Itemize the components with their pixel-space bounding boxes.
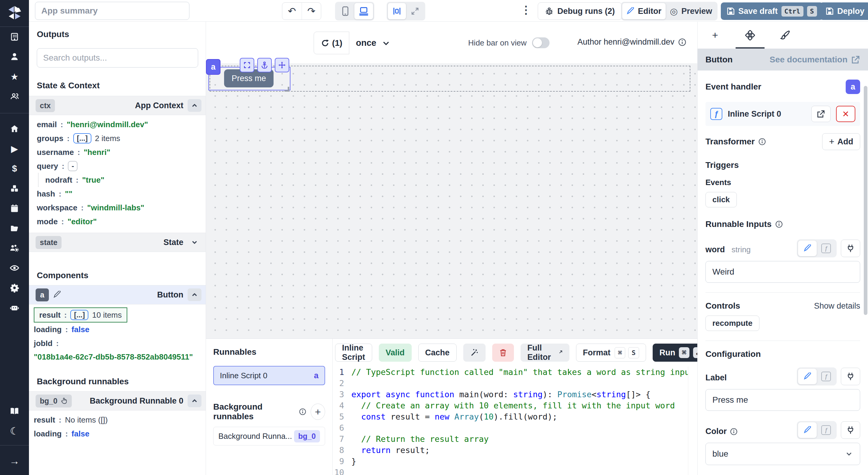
- bg-runnable-header-row[interactable]: bg_0 Background Runnable 0: [29, 391, 206, 410]
- expression-mode-button[interactable]: ƒ: [817, 240, 835, 256]
- tab-styling[interactable]: [768, 22, 803, 48]
- expand-component-button[interactable]: [240, 58, 254, 72]
- expand-sidebar-arrow-icon[interactable]: →: [0, 451, 29, 471]
- cache-button[interactable]: Cache: [418, 344, 457, 362]
- home-icon[interactable]: [0, 119, 29, 139]
- chevron-down-icon: [191, 238, 198, 246]
- add-transformer-button[interactable]: +Add: [822, 133, 860, 150]
- component-id-tag[interactable]: a: [206, 59, 220, 75]
- refresh-button[interactable]: (1): [314, 32, 349, 54]
- redo-button[interactable]: ↷: [302, 3, 321, 20]
- ai-assistant-button[interactable]: [463, 344, 486, 362]
- expand-array-chip[interactable]: [...]: [73, 133, 91, 143]
- open-script-button[interactable]: [811, 106, 831, 122]
- event-click-chip[interactable]: click: [706, 192, 737, 207]
- anchor-component-button[interactable]: [257, 58, 272, 72]
- pencil-icon: [53, 291, 61, 299]
- show-details-link[interactable]: Show details: [814, 301, 860, 311]
- component-type-label: Button: [157, 290, 183, 300]
- preview-tab[interactable]: ◎ Preview: [665, 3, 716, 19]
- format-button[interactable]: Format ⌘ S: [576, 344, 646, 362]
- panel-scrollbar[interactable]: [864, 86, 867, 315]
- docs-book-icon[interactable]: [0, 401, 29, 421]
- state-header-row[interactable]: state State: [29, 233, 206, 252]
- debug-runs-button[interactable]: Debug runs (2): [538, 2, 622, 20]
- collapse-ctx-button[interactable]: [188, 99, 202, 112]
- runs-icon[interactable]: ▶: [0, 139, 29, 159]
- app-canvas[interactable]: a Press me − 100% +: [206, 63, 697, 360]
- move-component-button[interactable]: [275, 58, 289, 72]
- undo-button[interactable]: ↶: [282, 3, 302, 20]
- expand-object-chip[interactable]: -: [68, 161, 78, 171]
- audit-logs-eye-icon[interactable]: [0, 258, 29, 278]
- editor-tab[interactable]: Editor: [622, 3, 665, 19]
- layout-toggle: [386, 2, 425, 21]
- connect-input-button[interactable]: [841, 368, 860, 385]
- full-width-button[interactable]: [406, 3, 424, 19]
- full-editor-button[interactable]: Full Editor: [521, 344, 569, 362]
- settings-gear-icon[interactable]: [0, 278, 29, 298]
- user-icon[interactable]: [0, 47, 29, 67]
- schedules-calendar-icon[interactable]: [0, 198, 29, 218]
- static-mode-button[interactable]: [798, 240, 817, 256]
- runnable-item-bg0[interactable]: Background Runna... bg_0: [213, 427, 325, 445]
- windmill-logo[interactable]: [7, 5, 22, 21]
- desktop-view-button[interactable]: [354, 3, 373, 19]
- expression-mode-button[interactable]: ƒ: [817, 422, 835, 438]
- delete-script-button[interactable]: [492, 344, 514, 362]
- groups-icon[interactable]: [0, 87, 29, 106]
- expand-array-chip[interactable]: [...]: [70, 310, 88, 320]
- variables-icon[interactable]: $: [0, 159, 29, 178]
- state-badge: state: [36, 236, 62, 249]
- event-script-row[interactable]: ƒ Inline Script 0 ✕: [706, 102, 860, 126]
- static-mode-button[interactable]: [798, 369, 817, 384]
- code-editor[interactable]: 1// TypeScript function called "main" th…: [333, 367, 688, 475]
- static-mode-button[interactable]: [798, 422, 817, 438]
- expression-mode-button[interactable]: ƒ: [817, 369, 835, 384]
- tab-component-settings[interactable]: [733, 22, 768, 48]
- remove-script-button[interactable]: ✕: [836, 106, 855, 122]
- see-documentation-link[interactable]: See documentation: [770, 55, 860, 65]
- hide-bar-toggle[interactable]: [532, 37, 550, 48]
- runnable-inputs-title: Runnable Inputs: [706, 219, 860, 229]
- search-outputs-input[interactable]: [37, 48, 198, 68]
- refresh-schedule-dropdown[interactable]: once: [353, 32, 393, 54]
- mobile-view-button[interactable]: [336, 3, 354, 19]
- connect-input-button[interactable]: [841, 421, 860, 439]
- deploy-button[interactable]: Deploy: [820, 2, 868, 20]
- runnables-panel: Runnables Inline Script 0 a Background r…: [206, 339, 333, 475]
- favorites-star-icon[interactable]: ★: [0, 67, 29, 87]
- more-options-kebab-icon[interactable]: ⋮: [521, 4, 531, 16]
- word-value-input[interactable]: [706, 261, 860, 283]
- background-runnables-title: Background runnables: [37, 377, 206, 386]
- center-content-button[interactable]: [388, 3, 406, 19]
- laptop-icon: [359, 7, 369, 16]
- add-background-runnable-button[interactable]: +: [311, 404, 325, 420]
- expand-state-button[interactable]: [188, 236, 202, 249]
- info-icon: [730, 428, 738, 436]
- color-select[interactable]: blue: [706, 443, 860, 465]
- tab-insert-component[interactable]: +: [698, 22, 733, 48]
- workers-icon[interactable]: [0, 238, 29, 258]
- ai-robot-icon[interactable]: [0, 298, 29, 318]
- connect-input-button[interactable]: [841, 240, 860, 257]
- collapse-bg-button[interactable]: [188, 395, 202, 407]
- app-summary-input[interactable]: [35, 2, 189, 20]
- collapse-component-button[interactable]: [188, 289, 202, 301]
- bg-runnable-label: Background Runnable 0: [90, 396, 183, 406]
- component-header-row[interactable]: a Button: [29, 285, 206, 304]
- workspace-icon[interactable]: [0, 27, 29, 47]
- json-row: loading:false: [29, 427, 206, 441]
- dark-mode-moon-icon[interactable]: ☾: [0, 421, 29, 441]
- folders-icon[interactable]: [0, 218, 29, 238]
- resources-icon[interactable]: [0, 178, 29, 198]
- plus-icon: +: [712, 29, 718, 41]
- ctx-header-row[interactable]: ctx App Context: [29, 96, 206, 115]
- resize-handle[interactable]: [284, 87, 289, 92]
- divider: [0, 113, 29, 113]
- script-kind-chip[interactable]: Inline Script: [335, 344, 372, 362]
- label-value-input[interactable]: [706, 389, 860, 411]
- recompute-chip[interactable]: recompute: [706, 315, 760, 331]
- save-draft-button[interactable]: Save draft Ctrl S: [721, 2, 823, 20]
- runnable-item-inline-script-0[interactable]: Inline Script 0 a: [213, 366, 325, 385]
